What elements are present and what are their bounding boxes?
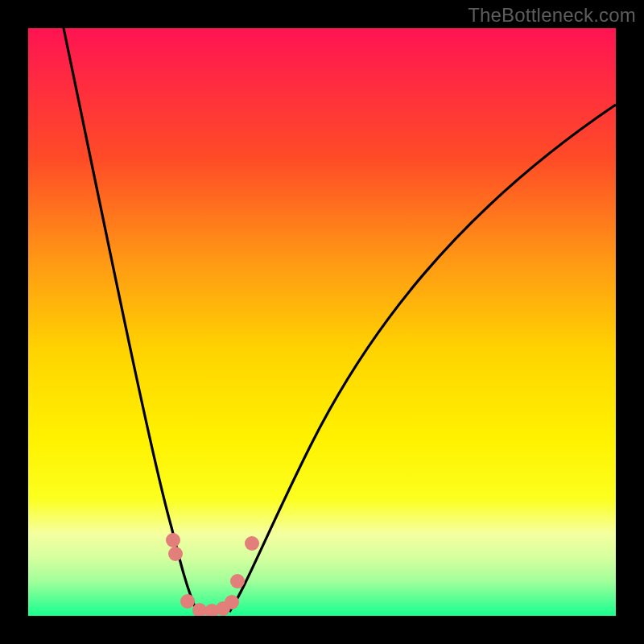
trough-dot: [225, 595, 239, 609]
trough-dot: [180, 594, 195, 609]
plot-area: [28, 28, 616, 616]
trough-dot-cluster: [166, 533, 259, 616]
trough-dot: [230, 574, 245, 588]
chart-container: TheBottleneck.com: [0, 0, 644, 644]
curve-layer: [28, 28, 616, 616]
watermark-label: TheBottleneck.com: [468, 4, 636, 27]
trough-dot: [245, 536, 259, 551]
bottleneck-left-branch: [64, 28, 197, 612]
bottleneck-right-branch: [229, 105, 616, 612]
trough-dot: [168, 547, 183, 561]
trough-dot: [166, 533, 180, 547]
